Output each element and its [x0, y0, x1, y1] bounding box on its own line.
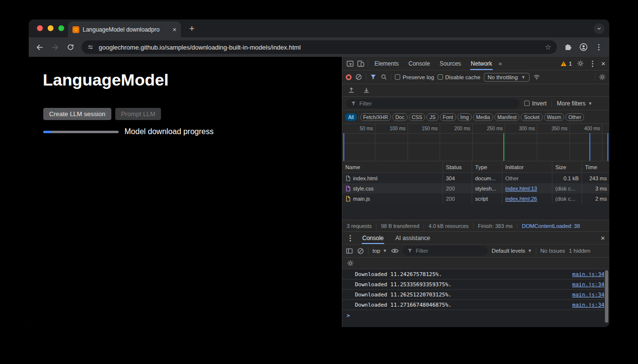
javascript-context-select[interactable]: top ▼	[372, 248, 387, 254]
new-tab-button[interactable]: +	[189, 24, 195, 33]
filter-chip-other[interactable]: Other	[566, 113, 584, 121]
filter-chip-img[interactable]: Img	[458, 113, 472, 121]
console-sidebar-icon[interactable]	[346, 247, 353, 255]
filter-chip-font[interactable]: Font	[440, 113, 456, 121]
load-event-marker	[607, 133, 608, 161]
console-prompt[interactable]: >	[342, 310, 609, 321]
tab-title: LanguageModel downloadpro	[83, 26, 169, 33]
network-filter-row: Invert More filters ▼	[342, 97, 609, 110]
column-type[interactable]: Type	[472, 161, 502, 173]
bookmark-star-icon[interactable]: ☆	[545, 43, 551, 52]
console-filter-input[interactable]	[416, 248, 483, 254]
browser-tab[interactable]: LanguageModel downloadpro ×	[68, 21, 181, 37]
drawer-close-icon[interactable]: ×	[601, 234, 605, 242]
forward-button[interactable]	[51, 43, 59, 52]
clear-network-log-icon[interactable]	[355, 73, 362, 81]
source-link[interactable]: main.js:34	[572, 302, 604, 308]
devtools-tab-network[interactable]: Network	[467, 57, 496, 70]
extensions-icon[interactable]	[564, 43, 572, 51]
network-filter-field[interactable]	[346, 99, 519, 108]
eye-icon[interactable]	[391, 247, 399, 255]
issues-status[interactable]: No Issues	[540, 248, 565, 254]
create-llm-session-button[interactable]: Create LLM session	[43, 108, 111, 120]
devtools-menu-icon[interactable]: ⋮	[589, 59, 596, 68]
devtools-tab-elements[interactable]: Elements	[371, 57, 402, 70]
column-status[interactable]: Status	[443, 161, 472, 173]
export-har-icon[interactable]	[363, 87, 370, 94]
network-request-row[interactable]: main.js 200 script index.html:26 (disk c…	[342, 193, 609, 204]
device-toolbar-icon[interactable]	[357, 60, 365, 68]
import-har-icon[interactable]	[348, 87, 355, 94]
network-conditions-icon[interactable]	[533, 73, 540, 81]
network-request-row[interactable]: style.css 200 stylesh... index.html:13 (…	[342, 183, 609, 193]
request-type-chips: All Fetch/XHR Doc CSS JS Font Img Media …	[342, 110, 609, 124]
column-time[interactable]: Time	[582, 161, 609, 173]
hidden-messages-count[interactable]: 1 hidden	[569, 248, 590, 254]
filter-toggle-icon[interactable]	[370, 73, 377, 81]
invert-checkbox[interactable]: Invert	[524, 100, 547, 107]
timeline-tick-label: 300 ms	[506, 126, 535, 131]
profile-avatar[interactable]	[579, 43, 588, 52]
minimize-window-button[interactable]	[48, 25, 53, 31]
network-request-row[interactable]: index.html 304 docum... Other 0.1 kB 243…	[342, 173, 609, 183]
more-tabs-icon[interactable]: »	[498, 60, 502, 67]
filter-chip-media[interactable]: Media	[473, 113, 493, 121]
clear-console-icon[interactable]	[357, 247, 364, 255]
source-link[interactable]: main.js:34	[572, 281, 604, 288]
preserve-log-checkbox[interactable]: Preserve log	[395, 74, 434, 80]
throttling-select[interactable]: No throttling ▼	[484, 73, 530, 82]
console-scrollbar[interactable]	[605, 270, 608, 323]
request-initiator: Other	[502, 173, 552, 183]
drawer-tab-console[interactable]: Console	[359, 232, 387, 244]
search-icon[interactable]	[380, 73, 388, 81]
devtools-tab-console[interactable]: Console	[405, 57, 433, 70]
source-link[interactable]: main.js:34	[572, 292, 604, 298]
filter-chip-manifest[interactable]: Manifest	[495, 113, 520, 121]
drawer-menu-icon[interactable]: ⋮	[347, 234, 354, 243]
source-link[interactable]: main.js:34	[572, 271, 604, 277]
disable-cache-checkbox-box[interactable]	[438, 74, 443, 80]
close-window-button[interactable]	[37, 25, 43, 31]
column-size[interactable]: Size	[552, 161, 582, 173]
devtools-settings-icon[interactable]	[577, 60, 584, 67]
filter-chip-all[interactable]: All	[345, 113, 357, 121]
filter-chip-js[interactable]: JS	[426, 113, 438, 121]
inspect-element-icon[interactable]	[346, 60, 354, 68]
filter-chip-doc[interactable]: Doc	[392, 113, 408, 121]
log-levels-dropdown[interactable]: Default levels ▼	[492, 248, 532, 254]
site-info-icon[interactable]	[87, 44, 94, 51]
initiator-link[interactable]: index.html:13	[505, 186, 537, 191]
address-bar[interactable]: googlechrome.github.io/samples/downloadi…	[82, 40, 557, 54]
column-name[interactable]: Name	[342, 161, 443, 173]
zoom-window-button[interactable]	[58, 25, 64, 31]
filter-chip-wasm[interactable]: Wasm	[544, 113, 564, 121]
prompt-llm-button[interactable]: Prompt LLM	[115, 108, 161, 120]
record-network-log-icon[interactable]	[346, 74, 352, 80]
browser-menu-icon[interactable]: ⋮	[595, 43, 603, 52]
console-filter-field[interactable]	[403, 246, 488, 256]
warnings-indicator[interactable]: 1	[560, 60, 572, 67]
devtools-tab-sources[interactable]: Sources	[436, 57, 464, 70]
filter-chip-fetch-xhr[interactable]: Fetch/XHR	[360, 113, 391, 121]
devtools-close-icon[interactable]: ×	[601, 59, 605, 68]
request-time: 2 ms	[582, 193, 609, 204]
network-filter-input[interactable]	[359, 101, 515, 106]
filter-chip-socket[interactable]: Socket	[521, 113, 542, 121]
tab-search-button[interactable]	[594, 23, 604, 34]
reload-button[interactable]	[67, 43, 74, 51]
back-button[interactable]	[35, 43, 44, 52]
drawer-tab-ai-assistance[interactable]: AI assistance	[392, 232, 433, 244]
console-messages[interactable]: Downloaded 11.24267578125%. main.js:34 D…	[342, 269, 609, 327]
filter-chip-css[interactable]: CSS	[409, 113, 425, 121]
console-settings-icon[interactable]	[347, 260, 354, 267]
request-status: 200	[443, 183, 472, 193]
column-initiator[interactable]: Initiator	[502, 161, 552, 173]
network-overview-timeline[interactable]: 50 ms 100 ms 150 ms 200 ms 250 ms 300 ms…	[342, 124, 609, 161]
more-filters-dropdown[interactable]: More filters ▼	[557, 100, 592, 107]
disable-cache-checkbox[interactable]: Disable cache	[438, 74, 480, 80]
network-settings-icon[interactable]	[599, 73, 606, 81]
tab-close-icon[interactable]: ×	[173, 26, 177, 33]
preserve-log-checkbox-box[interactable]	[395, 74, 400, 80]
initiator-link[interactable]: index.html:26	[505, 196, 537, 202]
invert-checkbox-box[interactable]	[524, 101, 530, 106]
